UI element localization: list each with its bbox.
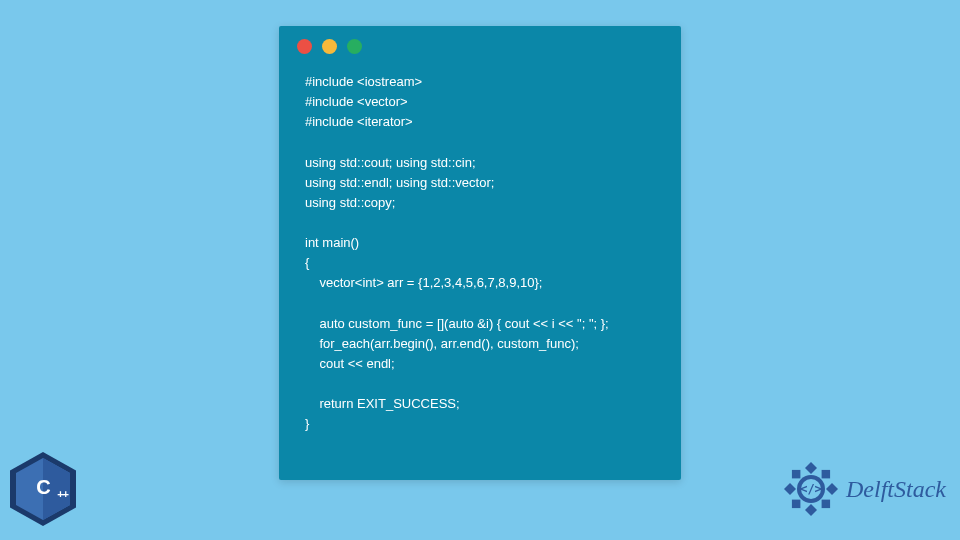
code-content: #include <iostream> #include <vector> #i…: [279, 66, 681, 435]
code-window: #include <iostream> #include <vector> #i…: [279, 26, 681, 480]
cpp-logo-icon: C ++: [10, 452, 76, 526]
cpp-logo-letter: C: [36, 476, 49, 499]
svg-marker-6: [826, 483, 838, 495]
brand-text: DelftStack: [846, 476, 946, 503]
cpp-logo-plus: ++: [57, 488, 68, 500]
window-titlebar: [279, 26, 681, 66]
minimize-icon[interactable]: [322, 39, 337, 54]
close-icon[interactable]: [297, 39, 312, 54]
svg-text:</>: </>: [800, 482, 822, 496]
svg-marker-4: [805, 504, 817, 516]
brand-container: </> DelftStack: [782, 460, 946, 518]
brand-logo-icon: </>: [782, 460, 840, 518]
svg-marker-5: [784, 483, 796, 495]
maximize-icon[interactable]: [347, 39, 362, 54]
svg-marker-3: [805, 462, 817, 474]
